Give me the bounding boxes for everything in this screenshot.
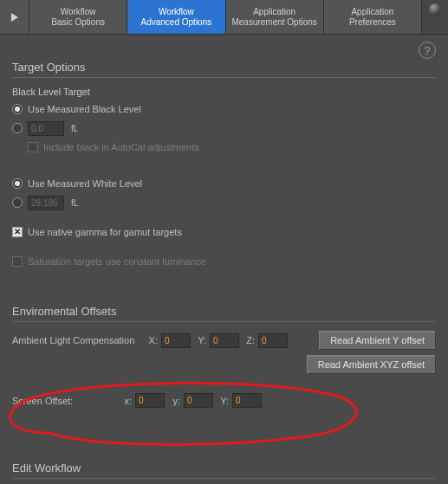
radio-white-manual[interactable] [12,197,23,208]
checkbox-saturation-const-lum [12,256,23,267]
radio-use-measured-white[interactable] [12,178,23,189]
label-sx: x: [120,396,132,406]
label-sy: y: [168,396,180,406]
label-y: Y: [194,335,206,345]
input-screen-y-cap[interactable] [232,393,262,408]
input-ambient-z[interactable] [258,333,288,348]
play-icon [10,13,19,22]
tab-label: Application [351,7,393,17]
tab-workflow-basic[interactable]: Workflow Basic Options [29,0,127,34]
checkbox-native-gamma[interactable] [12,227,23,237]
input-ambient-y[interactable] [210,333,239,348]
tab-label: Advanced Options [141,17,212,28]
label-x: X: [146,335,158,345]
checkbox-include-black-autocal [28,142,38,152]
corner-orb-icon [422,0,448,34]
label-ambient-light-comp: Ambient Light Compensation [12,335,142,345]
input-ambient-x[interactable] [161,333,191,348]
label-black-level-target: Black Level Target [12,87,436,97]
play-button[interactable] [0,0,29,34]
unit-fl: fL [71,198,78,208]
tab-label: Workflow [159,7,194,17]
divider [12,478,436,479]
label-use-measured-black: Use Measured Black Level [28,104,141,114]
label-sy-cap: Y: [217,396,229,406]
tab-label: Preferences [349,17,396,28]
button-read-ambient-y[interactable]: Read Ambient Y offset [319,331,436,350]
unit-fl: fL [71,124,78,133]
label-z: Z: [243,335,255,345]
section-title-edit-workflow: Edit Workflow [12,461,436,474]
tab-label: Basic Options [51,17,105,28]
section-title-environmental: Enviromental Offsets [12,305,436,318]
divider [12,321,436,322]
help-icon[interactable]: ? [419,42,436,59]
radio-use-measured-black[interactable] [12,104,23,114]
tab-application-measurement[interactable]: Application Measurement Options [226,0,324,34]
input-screen-y[interactable] [184,393,213,408]
input-white-level[interactable] [28,196,64,210]
tab-bar: Workflow Basic Options Workflow Advanced… [0,0,448,35]
input-screen-x[interactable] [135,393,165,408]
tab-label: Measurement Options [231,17,316,28]
tab-label: Application [253,7,295,17]
button-read-ambient-xyz[interactable]: Read Ambient XYZ offset [307,355,436,374]
section-title-target-options: Target Options [12,61,436,74]
tab-workflow-advanced[interactable]: Workflow Advanced Options [127,0,225,34]
panel-body: ? Target Options Black Level Target Use … [0,35,448,484]
tab-label: Workflow [61,7,96,17]
label-use-measured-white: Use Measured White Level [28,178,142,189]
divider [12,77,436,78]
label-saturation-const-lum: Saturation targets use constant luminanc… [28,256,205,267]
tab-application-preferences[interactable]: Application Preferences [324,0,422,34]
label-include-black-autocal: Include black in AutoCal adjustments [43,142,199,152]
radio-black-manual[interactable] [12,123,23,133]
label-screen-offset: Screen Offset: [12,396,116,406]
label-native-gamma: Use native gamma for gamut targets [28,227,182,237]
input-black-level[interactable] [28,121,64,136]
